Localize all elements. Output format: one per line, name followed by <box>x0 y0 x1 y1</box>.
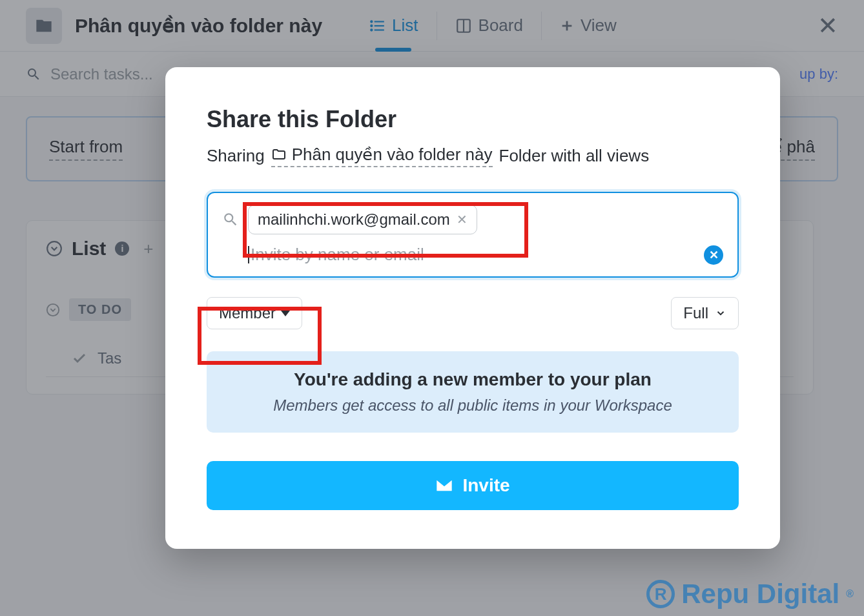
folder-name: Phân quyền vào folder này <box>292 145 493 165</box>
info-subtitle: Members get access to all public items i… <box>226 396 719 415</box>
chip-email-text: mailinhchi.work@gmail.com <box>258 210 450 229</box>
role-label: Member <box>219 304 276 322</box>
invite-button-label: Invite <box>462 475 509 496</box>
folder-link[interactable]: Phân quyền vào folder này <box>271 145 493 167</box>
remove-chip-icon[interactable]: ✕ <box>457 212 468 227</box>
sharing-word: Sharing <box>207 146 265 166</box>
role-dropdown[interactable]: Member <box>207 297 302 329</box>
invite-input-box[interactable]: mailinhchi.work@gmail.com ✕ Invite by na… <box>207 192 739 278</box>
clear-input-icon[interactable]: ✕ <box>704 245 723 265</box>
share-folder-modal: Share this Folder Sharing Phân quyền vào… <box>165 67 780 549</box>
chevron-down-icon <box>715 307 726 319</box>
share-scope: Folder with all views <box>499 146 650 166</box>
watermark-logo-icon: R <box>646 580 675 608</box>
email-chip: mailinhchi.work@gmail.com ✕ <box>248 205 477 234</box>
watermark: R Repu Digital® <box>646 579 854 610</box>
watermark-text: Repu Digital <box>681 579 839 610</box>
folder-icon <box>271 147 287 163</box>
role-permission-row: Member Full <box>207 297 739 329</box>
permission-dropdown[interactable]: Full <box>671 297 739 329</box>
permission-label: Full <box>683 304 708 322</box>
invite-button[interactable]: Invite <box>207 461 739 510</box>
search-icon <box>222 211 239 228</box>
info-title: You're adding a new member to your plan <box>226 369 719 390</box>
modal-title: Share this Folder <box>207 106 739 133</box>
envelope-icon <box>435 477 453 495</box>
invite-input[interactable]: Invite by name or email <box>248 245 424 265</box>
member-info-panel: You're adding a new member to your plan … <box>207 351 739 433</box>
sharing-context: Sharing Phân quyền vào folder này Folder… <box>207 145 739 167</box>
caret-down-icon <box>281 311 290 316</box>
